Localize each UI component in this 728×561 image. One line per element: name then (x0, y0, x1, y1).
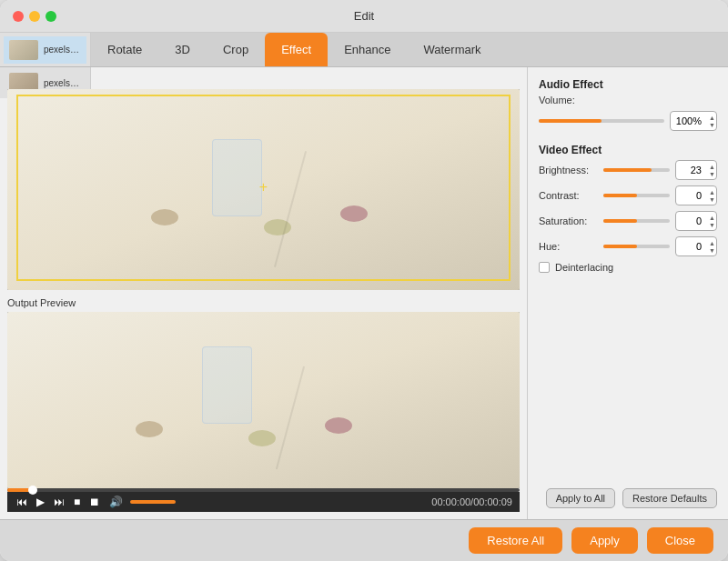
saturation-up-arrow[interactable]: ▲ (709, 215, 715, 221)
volume-bar[interactable] (130, 500, 176, 504)
right-panel: Audio Effect Volume: ▲ ▼ (528, 67, 728, 519)
file-item-1[interactable]: pexels-jill-... (4, 36, 86, 64)
brightness-track (603, 168, 670, 172)
audio-effect-section: Audio Effect Volume: ▲ ▼ (539, 78, 717, 136)
contrast-slider[interactable] (603, 189, 670, 202)
original-preview-video: + (7, 89, 520, 290)
volume-label: Volume: (539, 95, 598, 105)
saturation-slider[interactable] (603, 215, 670, 227)
video-effect-section: Video Effect Brightness: ▲ ▼ (539, 144, 717, 273)
footer-bar: Restore All Apply Close (0, 519, 728, 561)
hue-down-arrow[interactable]: ▼ (709, 247, 715, 254)
file-thumb-1 (9, 40, 38, 60)
hue-slider[interactable] (603, 240, 670, 253)
saturation-spinner-wrap: ▲ ▼ (675, 211, 717, 231)
main-content: pexels-ko... Original Preview (0, 67, 728, 519)
maximize-window-button[interactable] (46, 11, 56, 22)
volume-spinner-wrap: ▲ ▼ (670, 111, 717, 131)
minimize-window-button[interactable] (29, 11, 40, 22)
audio-effect-title: Audio Effect (539, 78, 717, 91)
tab-watermark[interactable]: Watermark (407, 33, 497, 66)
original-video-frame (7, 89, 520, 290)
skip-back-button[interactable]: ⏮ (15, 496, 29, 508)
contrast-arrows: ▲ ▼ (709, 185, 715, 205)
volume-fill (539, 119, 602, 123)
volume-slider[interactable] (539, 115, 664, 127)
contrast-up-arrow[interactable]: ▲ (709, 189, 715, 195)
output-preview-label: Output Preview (7, 297, 520, 308)
hue-up-arrow[interactable]: ▲ (709, 240, 715, 246)
brightness-down-arrow[interactable]: ▼ (709, 171, 715, 177)
hue-track (603, 245, 670, 248)
left-panel: pexels-ko... Original Preview (0, 67, 528, 519)
saturation-down-arrow[interactable]: ▼ (709, 222, 715, 228)
restore-all-button[interactable]: Restore All (469, 527, 562, 554)
progress-thumb (28, 486, 37, 495)
contrast-label: Contrast: (539, 190, 598, 201)
traffic-lights (13, 11, 56, 22)
brightness-label: Brightness: (539, 165, 598, 175)
volume-track (539, 119, 664, 123)
tab-rotate[interactable]: Rotate (91, 33, 158, 66)
stop-button[interactable]: ■ (72, 496, 82, 508)
glass-decor-out (202, 346, 252, 424)
tab-3d[interactable]: 3D (158, 33, 207, 66)
hue-arrows: ▲ ▼ (709, 236, 715, 256)
tab-enhance[interactable]: Enhance (328, 33, 407, 66)
apply-to-all-button[interactable]: Apply to All (546, 488, 615, 508)
hue-spinner-wrap: ▲ ▼ (675, 236, 717, 256)
progress-bar[interactable] (7, 488, 520, 492)
brightness-up-arrow[interactable]: ▲ (709, 164, 715, 170)
deinterlacing-label: Deinterlacing (555, 262, 613, 273)
brightness-fill (603, 168, 652, 172)
hue-fill (603, 245, 637, 248)
brightness-arrows: ▲ ▼ (709, 160, 715, 180)
volume-icon[interactable]: 🔊 (107, 496, 125, 508)
brightness-slider[interactable] (603, 164, 670, 176)
file-name-2: pexels-ko... (44, 78, 81, 88)
restore-defaults-button[interactable]: Restore Defaults (622, 488, 717, 508)
end-button[interactable]: ⏹ (87, 496, 102, 508)
bottom-actions: Apply to All Restore Defaults (539, 488, 717, 508)
volume-arrows: ▲ ▼ (709, 111, 715, 131)
saturation-fill (603, 219, 637, 223)
output-video-frame (7, 312, 520, 489)
glass-decor (212, 139, 262, 216)
file-name-1: pexels-jill-... (44, 45, 81, 55)
contrast-row: Contrast: ▲ ▼ (539, 185, 717, 205)
tab-crop[interactable]: Crop (207, 33, 265, 66)
output-preview-section: Output Preview (7, 297, 520, 513)
close-button[interactable]: Close (647, 527, 713, 554)
hue-label: Hue: (539, 241, 598, 252)
play-button[interactable]: ▶ (35, 496, 46, 508)
skip-forward-button[interactable]: ⏭ (52, 496, 66, 508)
time-display: 00:00:00/00:00:09 (431, 496, 512, 507)
saturation-row: Saturation: ▲ ▼ (539, 211, 717, 231)
brightness-row: Brightness: ▲ ▼ (539, 160, 717, 180)
macaron-3 (340, 205, 368, 222)
contrast-spinner-wrap: ▲ ▼ (675, 185, 717, 205)
macaron-out-1 (136, 421, 163, 437)
hue-row: Hue: ▲ ▼ (539, 236, 717, 256)
player-controls: ⏮ ▶ ⏭ ■ ⏹ 🔊 00:00:00/00:00:09 (7, 492, 520, 512)
original-preview-section: Original Preview + (7, 75, 520, 290)
volume-row: Volume: (539, 95, 717, 105)
deinterlacing-row: Deinterlacing (539, 262, 717, 273)
macaron-out-2 (248, 430, 276, 446)
brightness-spinner-wrap: ▲ ▼ (675, 160, 717, 180)
tab-effect[interactable]: Effect (265, 33, 328, 66)
volume-slider-row: ▲ ▼ (539, 111, 717, 131)
saturation-track (603, 219, 670, 223)
close-window-button[interactable] (13, 11, 24, 22)
saturation-arrows: ▲ ▼ (709, 211, 715, 231)
volume-down-arrow[interactable]: ▼ (709, 122, 715, 128)
macaron-1 (151, 209, 178, 225)
contrast-track (603, 194, 670, 197)
video-effect-title: Video Effect (539, 144, 717, 156)
main-window: Edit pexels-jill-... Rotate 3D Crop Effe… (0, 0, 728, 561)
volume-up-arrow[interactable]: ▲ (709, 115, 715, 121)
contrast-down-arrow[interactable]: ▼ (709, 196, 715, 203)
apply-button[interactable]: Apply (571, 527, 638, 554)
contrast-fill (603, 194, 637, 197)
deinterlacing-checkbox[interactable] (539, 262, 550, 273)
